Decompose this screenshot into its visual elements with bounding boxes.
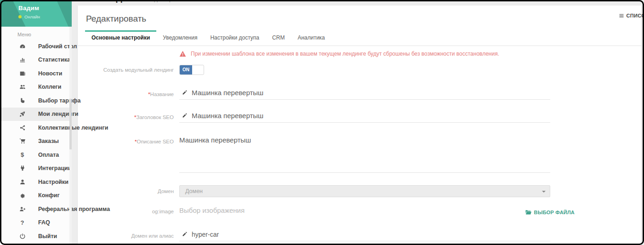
- field-label-domain: Домен: [78, 188, 174, 194]
- dollar-icon: $: [18, 152, 26, 158]
- app-window: Вадим Онлайн Меню Рабочий стол Статистик…: [0, 0, 644, 245]
- sidebar-item-label: Заказы: [38, 138, 59, 144]
- sidebar-item-label: FAQ: [38, 219, 50, 226]
- folder-open-icon: [525, 210, 531, 215]
- sidebar-menu: Рабочий стол Статистика Новости Коллеги …: [0, 40, 72, 243]
- user-status-label: Онлайн: [24, 14, 40, 19]
- news-icon: [18, 70, 26, 77]
- user-status: Онлайн: [18, 14, 72, 19]
- sidebar-item-7[interactable]: Заказы: [0, 135, 72, 148]
- tab-label: Настройки доступа: [210, 34, 259, 41]
- tab-label: Уведомления: [163, 34, 197, 41]
- editor-card: Редактировать СПИСОК Основные настройки …: [78, 6, 641, 245]
- sidebar-item-label: Конфиг: [38, 192, 60, 199]
- field-label-seo-description: *Описание SEO: [78, 135, 174, 147]
- field-label-seo-title: *Заголовок SEO: [78, 114, 174, 123]
- question-icon: ?: [18, 220, 26, 226]
- user-profile: Вадим Онлайн: [0, 0, 72, 27]
- page-title: Мои лендинги: [76, 0, 144, 3]
- user-name: Вадим: [18, 5, 72, 11]
- rocket-icon: [18, 111, 26, 117]
- tab-0[interactable]: Основные настройки: [85, 30, 156, 46]
- dashboard-icon: [18, 43, 26, 50]
- tab-bar: Основные настройки Уведомления Настройки…: [78, 30, 641, 46]
- modular-toggle[interactable]: ON: [179, 65, 204, 75]
- sidebar-item-label: Оплата: [38, 152, 59, 158]
- sidebar-item-3[interactable]: Коллеги: [0, 80, 72, 94]
- tab-4[interactable]: Аналитика: [291, 30, 331, 46]
- sidebar-item-2[interactable]: Новости: [0, 67, 72, 80]
- hand-pointer-icon: [18, 97, 26, 104]
- sidebar-item-13[interactable]: ? FAQ: [0, 216, 72, 230]
- tab-label: CRM: [272, 34, 285, 41]
- og-image-input[interactable]: [179, 206, 500, 217]
- sidebar-item-12[interactable]: Реферальная программа: [0, 202, 72, 216]
- form-row-og-image: og:image ВЫБОР ФАЙЛА: [78, 205, 641, 217]
- breadcrumb: Мои лендингиРедактировать: [76, 0, 187, 3]
- tab-1[interactable]: Уведомления: [156, 30, 204, 46]
- sidebar-item-label: Интеграции: [38, 165, 71, 171]
- field-label-modular: Создать модульный лендинг: [78, 67, 174, 73]
- sidebar-item-label: Выбор тарифа: [38, 97, 80, 104]
- gears-icon: [18, 192, 26, 199]
- sidebar-item-14[interactable]: Выйти: [0, 229, 72, 243]
- form-row-seo-description: *Описание SEO Машинка перевертыш: [78, 135, 641, 173]
- online-status-icon: [18, 15, 22, 18]
- form-row-domain: Домен Домен: [78, 185, 641, 197]
- tab-2[interactable]: Настройки доступа: [204, 30, 266, 46]
- tab-3[interactable]: CRM: [266, 30, 291, 46]
- power-icon: [18, 233, 26, 239]
- field-label-name: *Название: [78, 91, 174, 100]
- choose-file-button[interactable]: ВЫБОР ФАЙЛА: [525, 210, 575, 215]
- seo-description-textarea[interactable]: Машинка перевертыш: [179, 135, 550, 172]
- cart-icon: [18, 138, 26, 144]
- sidebar-item-label: Новости: [38, 70, 62, 77]
- pencil-icon: [182, 89, 188, 97]
- menu-section-label: Меню: [0, 27, 72, 40]
- choose-file-label: ВЫБОР ФАЙЛА: [534, 210, 575, 215]
- name-input[interactable]: [192, 89, 550, 99]
- form-row-name: *Название: [78, 88, 641, 100]
- plug-icon: [18, 165, 26, 171]
- list-icon: [619, 13, 624, 18]
- sidebar-item-label: Статистика: [38, 57, 70, 63]
- pencil-icon: [182, 112, 188, 120]
- main-area: Мои лендингиРедактировать Редактировать …: [72, 0, 644, 245]
- sidebar-item-1[interactable]: Статистика: [0, 53, 72, 67]
- toggle-on-label: ON: [180, 65, 192, 74]
- sidebar-item-11[interactable]: Конфиг: [0, 189, 72, 203]
- tab-label: Аналитика: [297, 34, 325, 41]
- warning-banner: При изменении шаблона все изменения в ва…: [179, 51, 641, 57]
- sidebar-item-label: Мои лендинги: [38, 111, 79, 117]
- warning-icon: [179, 51, 186, 57]
- sidebar-item-5[interactable]: Мои лендинги: [0, 108, 72, 121]
- sidebar-item-9[interactable]: Интеграции: [0, 162, 72, 176]
- user-icon: [18, 179, 26, 185]
- alias-input[interactable]: [192, 231, 550, 241]
- chevron-down-icon: [542, 191, 546, 193]
- tab-content: При изменении шаблона все изменения в ва…: [78, 51, 641, 241]
- pencil-icon: [182, 230, 188, 239]
- domain-select[interactable]: Домен: [179, 185, 550, 197]
- sidebar-item-label: Настройки: [38, 179, 68, 185]
- seo-title-input[interactable]: [192, 112, 550, 122]
- card-title: Редактировать: [86, 14, 633, 24]
- list-button[interactable]: СПИСОК: [619, 13, 644, 18]
- form-row-modular: Создать модульный лендинг ON: [78, 64, 641, 75]
- stats-icon: [18, 57, 26, 63]
- sidebar-scrollbar-thumb[interactable]: [69, 99, 72, 149]
- sidebar-item-8[interactable]: $ Оплата: [0, 148, 72, 162]
- form-row-seo-title: *Заголовок SEO: [78, 111, 641, 123]
- sidebar-item-label: Реферальная программа: [38, 206, 110, 212]
- sidebar-item-0[interactable]: Рабочий стол: [0, 40, 72, 53]
- users-icon: [18, 84, 26, 90]
- sidebar-item-10[interactable]: Настройки: [0, 175, 72, 189]
- form-row-alias: Домен или алиас: [78, 230, 641, 241]
- sidebar-item-label: Выйти: [38, 233, 57, 239]
- user-plus-icon: [18, 206, 26, 212]
- sidebar-item-label: Коллективные лендинги: [38, 125, 108, 131]
- sidebar-item-4[interactable]: Выбор тарифа: [0, 94, 72, 108]
- sidebar: Вадим Онлайн Меню Рабочий стол Статистик…: [0, 0, 72, 245]
- sidebar-item-6[interactable]: Коллективные лендинги: [0, 121, 72, 135]
- page-subtitle: Редактировать: [148, 0, 187, 2]
